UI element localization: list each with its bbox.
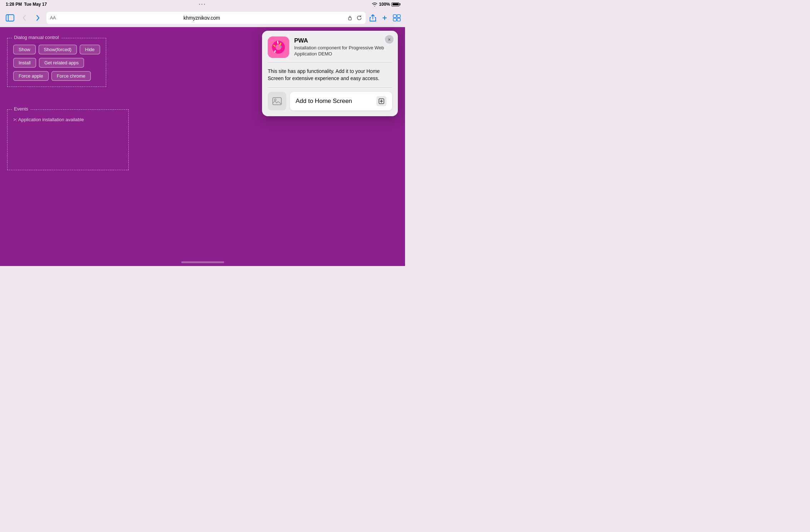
pwa-app-info: PWA Installation component for Progressi… — [294, 37, 392, 57]
reload-icon[interactable] — [356, 15, 362, 21]
events-label: Events — [12, 106, 30, 112]
forward-button[interactable] — [33, 13, 43, 23]
battery-icon — [391, 3, 399, 6]
button-row-2: Install Get related apps — [13, 58, 100, 68]
back-button[interactable] — [19, 13, 29, 23]
dots-indicator: ··· — [199, 1, 206, 7]
svg-rect-2 — [349, 18, 351, 20]
install-button[interactable]: Install — [13, 58, 36, 68]
pwa-app-name: PWA — [294, 37, 392, 44]
pwa-app-desc: Installation component for Progressive W… — [294, 45, 392, 57]
pwa-body-text: This site has app functionality. Add it … — [262, 63, 398, 87]
force-apple-button[interactable]: Force apple — [13, 71, 49, 81]
event-log-entry: >: Application installation available — [13, 117, 123, 122]
dialog-control-label: Dialog manual control — [12, 35, 61, 40]
get-related-apps-button[interactable]: Get related apps — [39, 58, 84, 68]
browser-actions — [369, 14, 401, 22]
pwa-card-header: PWA Installation component for Progressi… — [262, 31, 398, 62]
new-tab-button[interactable] — [381, 15, 388, 21]
svg-rect-6 — [397, 15, 400, 18]
status-left: 1:28 PM Tue May 17 — [6, 2, 47, 7]
events-box: Events >: Application installation avail… — [7, 109, 129, 170]
main-content: Dialog manual control Show Show(forced) … — [0, 27, 405, 266]
hide-button[interactable]: Hide — [80, 45, 100, 54]
svg-rect-18 — [273, 98, 281, 105]
status-bar: 1:28 PM Tue May 17 ··· 100% — [0, 0, 405, 9]
dialog-control-box: Dialog manual control Show Show(forced) … — [7, 38, 106, 87]
show-button[interactable]: Show — [13, 45, 36, 54]
browser-chrome: AA khmyznikov.com — [0, 9, 405, 27]
date-label: Tue May 17 — [24, 2, 47, 7]
button-row-1: Show Show(forced) Hide — [13, 45, 100, 54]
url-display: khmyznikov.com — [58, 15, 346, 21]
pwa-install-card: PWA Installation component for Progressi… — [262, 31, 398, 116]
add-icon — [376, 96, 386, 106]
button-row-3: Force apple Force chrome — [13, 71, 100, 81]
pwa-app-icon — [268, 36, 289, 58]
share-button[interactable] — [369, 14, 376, 22]
wifi-icon — [372, 2, 377, 6]
lock-icon — [348, 15, 352, 20]
svg-rect-8 — [397, 18, 400, 21]
svg-point-19 — [275, 99, 276, 100]
add-to-home-screen-label: Add to Home Screen — [296, 98, 352, 105]
aa-button[interactable]: AA — [50, 15, 56, 20]
svg-rect-5 — [393, 15, 396, 18]
battery-percentage: 100% — [379, 2, 390, 7]
pwa-action-area: Add to Home Screen — [262, 88, 398, 116]
status-right: 100% — [372, 2, 399, 7]
home-indicator — [181, 261, 224, 263]
address-bar[interactable]: AA khmyznikov.com — [46, 12, 366, 24]
tab-switcher-button[interactable] — [393, 14, 401, 21]
pwa-icon-placeholder — [268, 92, 286, 110]
svg-rect-7 — [393, 18, 396, 21]
force-chrome-button[interactable]: Force chrome — [51, 71, 91, 81]
svg-point-17 — [276, 45, 281, 49]
svg-rect-0 — [6, 15, 14, 21]
time-label: 1:28 PM — [6, 2, 22, 7]
sidebar-toggle-button[interactable] — [4, 12, 16, 24]
pwa-close-button[interactable]: × — [385, 35, 394, 44]
add-to-home-screen-button[interactable]: Add to Home Screen — [290, 92, 392, 110]
show-forced-button[interactable]: Show(forced) — [39, 45, 77, 54]
